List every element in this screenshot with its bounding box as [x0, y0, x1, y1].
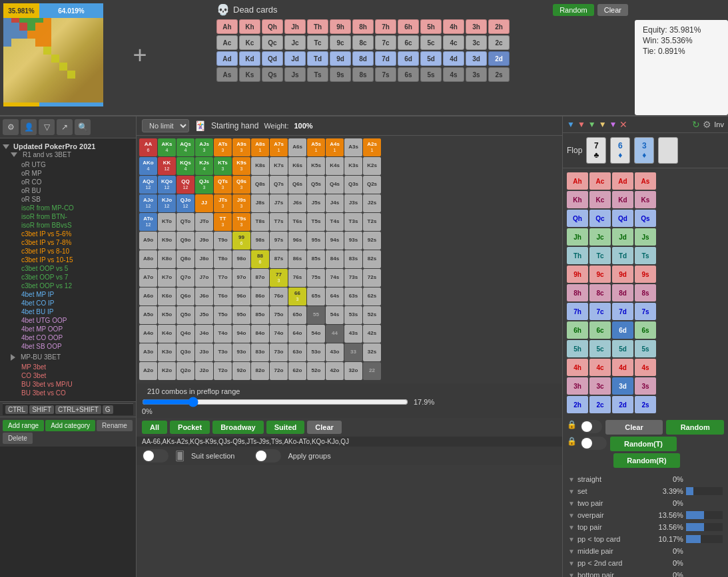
fcard-Qc[interactable]: Qc [589, 210, 611, 227]
matrix-cell-63s[interactable]: 63s [344, 288, 362, 305]
matrix-cell-54o[interactable]: 54o [307, 325, 325, 343]
card-Qs[interactable]: Qs [262, 67, 283, 82]
fcard-3s[interactable]: 3s [635, 377, 656, 395]
card-Jd[interactable]: Jd [284, 51, 306, 66]
matrix-cell-32s[interactable]: 32s [363, 343, 381, 361]
matrix-cell-42s[interactable]: 42s [363, 325, 381, 343]
add-range-button[interactable]: Add range [3, 420, 44, 431]
matrix-cell-Q6s[interactable]: Q6s [288, 176, 306, 194]
filter-tri-2[interactable]: ▼ [577, 120, 585, 129]
matrix-cell-TT[interactable]: TT3 [214, 213, 232, 231]
matrix-cell-T8s[interactable]: T8s [251, 213, 269, 231]
broadway-filter-button[interactable]: Broadway [212, 421, 264, 434]
add-range-icon[interactable]: + [107, 3, 173, 106]
card-Qd[interactable]: Qd [262, 51, 283, 66]
card-4c[interactable]: 4c [443, 35, 464, 50]
flop-card-2[interactable]: 6♦ [610, 137, 630, 164]
matrix-cell-92s[interactable]: 92s [363, 232, 381, 250]
matrix-cell-53s[interactable]: 53s [344, 306, 362, 324]
fcard-5c[interactable]: 5c [589, 340, 611, 357]
matrix-cell-A5s[interactable]: A5s1 [307, 138, 325, 156]
matrix-cell-K6o[interactable]: K6o [158, 288, 176, 305]
fcard-Jh[interactable]: Jh [567, 228, 588, 246]
matrix-cell-ATs[interactable]: ATs3 [214, 138, 232, 156]
tree-item-4bet-bu[interactable]: 4bet BU IP [20, 307, 133, 316]
search-icon[interactable]: 🔍 [75, 119, 91, 135]
matrix-cell-96o[interactable]: 96o [232, 288, 250, 305]
matrix-cell-K3o[interactable]: K3o [158, 343, 176, 361]
stat-filter-0[interactable]: ▼ [568, 476, 575, 483]
matrix-cell-J3s[interactable]: J3s [344, 194, 362, 212]
flop-card-3[interactable]: 3♦ [634, 137, 654, 164]
matrix-cell-66[interactable]: 663 [288, 288, 306, 305]
fcard-7c[interactable]: 7c [589, 303, 611, 320]
card-6d[interactable]: 6d [398, 51, 419, 66]
matrix-cell-74o[interactable]: 74o [270, 325, 288, 343]
fcard-8c[interactable]: 8c [589, 284, 611, 301]
matrix-cell-K5o[interactable]: K5o [158, 306, 176, 324]
filter-tri-1[interactable]: ▼ [567, 120, 575, 129]
card-6h[interactable]: 6h [398, 19, 419, 34]
matrix-cell-T3s[interactable]: T3s [344, 213, 362, 231]
matrix-cell-62o[interactable]: 62o [288, 362, 306, 380]
matrix-cell-62s[interactable]: 62s [363, 288, 381, 305]
matrix-cell-95s[interactable]: 95s [307, 232, 325, 250]
matrix-cell-QQ[interactable]: QQ12 [177, 176, 194, 194]
matrix-cell-77[interactable]: 773 [270, 269, 288, 287]
flop-toggle-1[interactable] [580, 420, 602, 433]
flop-clear-button[interactable]: Clear [605, 420, 663, 435]
matrix-cell-A2o[interactable]: A2o [139, 362, 157, 380]
matrix-cell-Q5o[interactable]: Q5o [177, 306, 194, 324]
matrix-cell-K8s[interactable]: K8s [251, 157, 269, 175]
matrix-cell-Q8o[interactable]: Q8o [177, 250, 194, 268]
matrix-cell-KJo[interactable]: KJo12 [158, 194, 176, 212]
matrix-cell-Q8s[interactable]: Q8s [251, 176, 269, 194]
card-5c[interactable]: 5c [420, 35, 442, 50]
fcard-Js[interactable]: Js [635, 228, 656, 246]
matrix-cell-Q3o[interactable]: Q3o [177, 343, 194, 361]
settings-icon[interactable]: ⚙ [3, 119, 19, 135]
fcard-9d[interactable]: 9d [612, 266, 633, 283]
matrix-cell-Q9o[interactable]: Q9o [177, 232, 194, 250]
card-Kh[interactable]: Kh [239, 19, 260, 34]
fcard-Ac[interactable]: Ac [589, 172, 611, 190]
matrix-cell-95o[interactable]: 95o [232, 306, 250, 324]
matrix-cell-A3o[interactable]: A3o [139, 343, 157, 361]
fcard-5d[interactable]: 5d [612, 340, 633, 357]
user-icon[interactable]: 👤 [21, 119, 37, 135]
matrix-cell-73o[interactable]: 73o [270, 343, 288, 361]
tree-item-or-utg[interactable]: oR UTG [20, 160, 133, 169]
suited-filter-button[interactable]: Suited [266, 421, 305, 434]
shift-key[interactable]: SHIFT [29, 405, 54, 414]
matrix-cell-Q7s[interactable]: Q7s [270, 176, 288, 194]
card-Kc[interactable]: Kc [239, 35, 260, 50]
matrix-cell-85o[interactable]: 85o [251, 306, 269, 324]
matrix-cell-98o[interactable]: 98o [232, 250, 250, 268]
fcard-3h[interactable]: 3h [567, 377, 588, 395]
matrix-cell-54s[interactable]: 54s [326, 306, 344, 324]
matrix-cell-85s[interactable]: 85s [307, 250, 325, 268]
matrix-cell-Q6o[interactable]: Q6o [177, 288, 194, 305]
matrix-cell-ATo[interactable]: ATo12 [139, 213, 157, 231]
add-category-button[interactable]: Add category [45, 420, 95, 431]
matrix-cell-J6o[interactable]: J6o [195, 288, 213, 305]
matrix-cell-Q7o[interactable]: Q7o [177, 269, 194, 287]
fcard-Kd[interactable]: Kd [612, 191, 633, 208]
fcard-Qh[interactable]: Qh [567, 210, 588, 227]
inv-label[interactable]: Inv [714, 120, 724, 128]
matrix-cell-K7s[interactable]: K7s [270, 157, 288, 175]
fcard-9s[interactable]: 9s [635, 266, 656, 283]
fcard-9c[interactable]: 9c [589, 266, 611, 283]
fcard-As[interactable]: As [635, 172, 656, 190]
matrix-cell-94o[interactable]: 94o [232, 325, 250, 343]
card-Jc[interactable]: Jc [284, 35, 306, 50]
stat-filter-3[interactable]: ▼ [568, 512, 575, 519]
fcard-Td[interactable]: Td [612, 247, 633, 264]
tree-item-or-sb[interactable]: oR SB [20, 195, 133, 204]
fcard-7h[interactable]: 7h [567, 303, 588, 320]
matrix-cell-96s[interactable]: 96s [288, 232, 306, 250]
card-3h[interactable]: 3h [466, 19, 487, 34]
fcard-6c[interactable]: 6c [589, 321, 611, 339]
pocket-filter-button[interactable]: Pocket [170, 421, 210, 434]
matrix-cell-AJs[interactable]: AJs3 [195, 138, 213, 156]
